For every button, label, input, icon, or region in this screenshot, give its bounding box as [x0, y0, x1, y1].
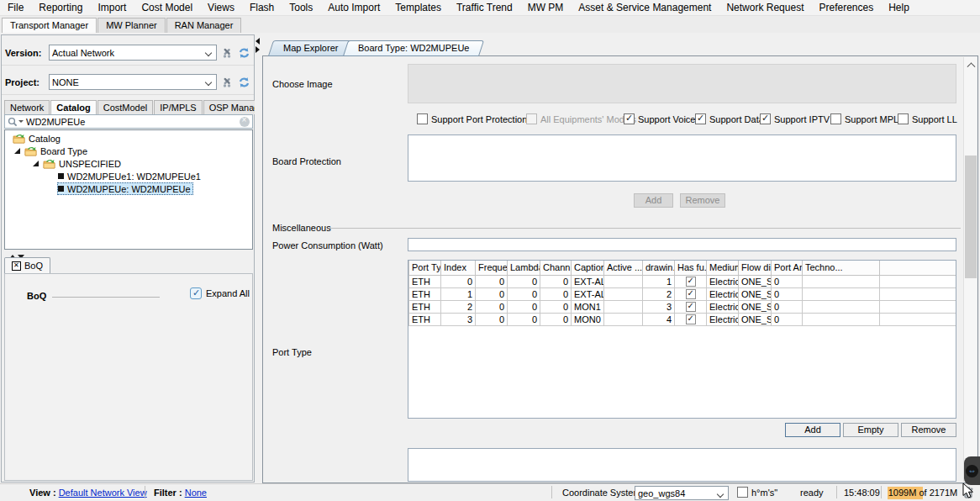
power-consumption-input[interactable] — [408, 238, 956, 251]
checkbox-box[interactable] — [417, 113, 428, 124]
cell-index[interactable]: 0 — [441, 275, 476, 287]
port-type-table-panel[interactable]: Port TypeIndexFreque...Lambda...Chann...… — [408, 260, 956, 419]
tree-node-wd2mupeue1-wd2mupeue1[interactable]: WD2MUPEUe1: WD2MUPEUe1 — [5, 170, 252, 182]
remove-port-button[interactable]: Remove — [901, 423, 956, 437]
cell-lambda[interactable]: 0 — [508, 300, 540, 313]
bottom-notes-box[interactable] — [408, 448, 956, 482]
tree-node-content[interactable]: Catalog — [12, 132, 63, 145]
cell-caption[interactable]: MON1 — [572, 300, 604, 313]
checkbox-box[interactable] — [830, 113, 841, 124]
remove-board-protection-button[interactable]: Remove — [680, 193, 725, 208]
cell-flow-di[interactable]: ONE_Str... — [739, 313, 772, 325]
column-header-drawin[interactable]: drawin... — [643, 261, 675, 275]
session-panel-handle[interactable] — [964, 456, 980, 485]
cell-chann[interactable]: 0 — [540, 287, 572, 300]
cell-port-an[interactable]: 0 — [772, 275, 803, 287]
checkbox-box[interactable] — [898, 113, 909, 124]
cell-chann[interactable]: 0 — [540, 300, 572, 313]
menu-reporting[interactable]: Reporting — [31, 0, 90, 16]
has-function-checkbox[interactable] — [686, 302, 696, 312]
has-function-checkbox[interactable] — [686, 289, 696, 299]
collapse-right-icon[interactable] — [256, 46, 260, 53]
checkbox-support-port-protection[interactable]: Support Port Protection — [417, 113, 527, 124]
menu-tools[interactable]: Tools — [282, 0, 320, 16]
empty-port-button[interactable]: Empty — [843, 423, 898, 437]
cell-techno[interactable] — [803, 300, 880, 313]
menu-preferences[interactable]: Preferences — [811, 0, 881, 16]
cell-drawin[interactable]: 2 — [643, 287, 675, 300]
filter-link[interactable]: None — [185, 488, 207, 498]
collapse-left-icon[interactable] — [256, 38, 260, 45]
vertical-splitter[interactable] — [255, 34, 262, 483]
cell-freque[interactable]: 0 — [476, 300, 508, 313]
tab-costmodel[interactable]: CostModel — [97, 100, 154, 114]
cell-drawin[interactable]: 3 — [643, 300, 675, 313]
table-row[interactable]: ETH0000EXT-ALM11ElectricalONE_Str...0 — [409, 275, 956, 287]
cell-index[interactable]: 3 — [441, 313, 476, 325]
app-tab-mw-planner[interactable]: MW Planner — [97, 18, 166, 33]
has-function-checkbox[interactable] — [686, 277, 696, 287]
cell-port-type[interactable]: ETH — [409, 287, 441, 300]
cell-medium[interactable]: Electrical — [707, 275, 739, 287]
column-header-index[interactable]: Index — [441, 261, 476, 275]
cell-flow-di[interactable]: ONE_Str... — [739, 275, 772, 287]
cell-chann[interactable]: 0 — [540, 275, 572, 287]
column-header-port-an[interactable]: Port An... — [772, 261, 803, 275]
column-header-medium[interactable]: Medium... — [707, 261, 739, 275]
menu-views[interactable]: Views — [200, 0, 242, 16]
project-select[interactable]: NONE — [49, 74, 217, 90]
app-tab-transport-manager[interactable]: Transport Manager — [2, 18, 97, 33]
cell-active[interactable] — [604, 275, 643, 287]
dms-checkbox[interactable] — [737, 487, 748, 498]
cell-port-type[interactable]: ETH — [409, 275, 441, 287]
cell-flow-di[interactable]: ONE_Str... — [739, 300, 772, 313]
menu-flash[interactable]: Flash — [242, 0, 282, 16]
tab-ip-mpls[interactable]: IP/MPLS — [154, 100, 202, 114]
cell-lambda[interactable]: 0 — [508, 287, 540, 300]
column-header-flow-di[interactable]: Flow di... — [739, 261, 772, 275]
expand-all-checkbox[interactable] — [190, 287, 202, 299]
menu-asset-service-management[interactable]: Asset & Service Management — [571, 0, 719, 16]
cell-medium[interactable]: Electrical — [707, 287, 739, 300]
menu-templates[interactable]: Templates — [387, 0, 449, 16]
cell-drawin[interactable]: 1 — [643, 275, 675, 287]
column-header-chann[interactable]: Chann... — [540, 261, 572, 275]
scroll-up-icon[interactable] — [964, 57, 977, 71]
column-header-has-fu[interactable]: Has fu... — [675, 261, 707, 275]
cell-flow-di[interactable]: ONE_Str... — [739, 287, 772, 300]
cell-active[interactable] — [604, 287, 643, 300]
version-select[interactable]: Actual Network — [49, 45, 217, 61]
checkbox-support-mpls[interactable]: Support MPLS — [830, 113, 905, 124]
checkbox-box[interactable] — [760, 113, 771, 124]
manage-projects-icon[interactable] — [220, 76, 234, 89]
cell-medium[interactable]: Electrical — [707, 313, 739, 325]
column-header-port-type[interactable]: Port Type — [409, 261, 441, 275]
app-tab-ran-manager[interactable]: RAN Manager — [166, 18, 242, 33]
cell-port-an[interactable]: 0 — [772, 287, 803, 300]
manage-versions-icon[interactable] — [220, 46, 234, 60]
cell-caption[interactable]: EXT-ALM1 — [572, 275, 604, 287]
cell-techno[interactable] — [803, 287, 880, 300]
cell-active[interactable] — [604, 313, 643, 325]
cell-techno[interactable] — [803, 313, 880, 325]
board-protection-list[interactable] — [408, 134, 956, 182]
checkbox-support-iptv[interactable]: Support IPTV — [760, 113, 830, 124]
menu-help[interactable]: Help — [881, 0, 917, 16]
expanded-triangle-icon[interactable] — [14, 148, 20, 154]
checkbox-support-voice[interactable]: Support Voice — [624, 113, 696, 124]
cell-index[interactable]: 2 — [441, 300, 476, 313]
tab-catalog[interactable]: Catalog — [50, 100, 96, 114]
table-row[interactable]: ETH3000MON04ElectricalONE_Str...0 — [409, 313, 956, 325]
cell-lambda[interactable]: 0 — [508, 313, 540, 325]
cell-port-type[interactable]: ETH — [409, 313, 441, 325]
checkbox-box[interactable] — [695, 113, 706, 124]
cell-chann[interactable]: 0 — [540, 313, 572, 325]
tree-node-content[interactable]: UNSPECIFIED — [42, 157, 124, 170]
add-board-protection-button[interactable]: Add — [634, 193, 673, 208]
tree-node-content[interactable]: WD2MUPEUe: WD2MUPEUe — [57, 182, 193, 195]
tree-node-unspecified[interactable]: UNSPECIFIED — [5, 157, 252, 170]
has-function-checkbox[interactable] — [686, 314, 696, 324]
table-row[interactable]: ETH2000MON13ElectricalONE_Str...0 — [409, 300, 956, 313]
menu-import[interactable]: Import — [90, 0, 134, 16]
cell-caption[interactable]: EXT-ALM0 — [572, 287, 604, 300]
